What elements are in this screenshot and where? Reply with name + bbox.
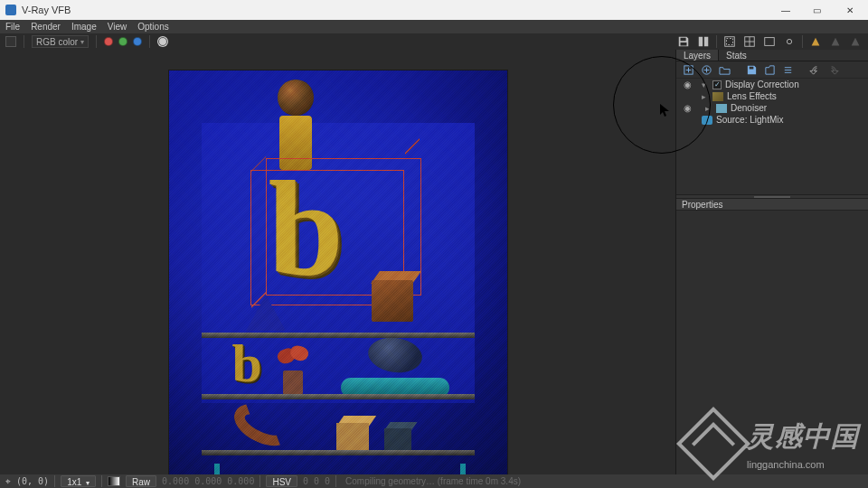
region-render-button[interactable] — [722, 34, 737, 49]
status-bar: ⌖ (0, 0) 1x1 ▾ Raw 0.000 0.000 0.000 HSV… — [0, 474, 868, 488]
add-layer-button[interactable] — [682, 63, 694, 76]
menu-view[interactable]: View — [108, 22, 127, 32]
track-mouse-button[interactable] — [742, 34, 757, 49]
panel-splitter[interactable] — [676, 194, 868, 199]
history-b-button[interactable] — [848, 34, 863, 49]
lightmix-icon — [702, 116, 712, 125]
window-close-button[interactable]: ✕ — [832, 0, 868, 20]
layer-label: Display Correction — [725, 80, 799, 89]
menu-options[interactable]: Options — [137, 22, 168, 32]
layer-label: Source: LightMix — [716, 115, 783, 125]
denoiser-icon — [716, 104, 727, 113]
main-area: b b Layers Stats — [0, 50, 868, 474]
window-titlebar: V-Ray VFB — ▭ ✕ — [0, 0, 868, 20]
lens-effects-icon — [712, 92, 723, 101]
folder-button[interactable] — [718, 63, 731, 76]
reset-button[interactable] — [781, 63, 794, 76]
layer-display-correction[interactable]: ◉ ▾ ✓ Display Correction — [676, 79, 868, 90]
color-mode-hsv[interactable]: HSV — [266, 475, 297, 487]
panel-tabs: Layers Stats — [676, 50, 868, 61]
main-toolbar: RGB color ▾ — [0, 33, 868, 50]
window-maximize-button[interactable]: ▭ — [801, 0, 832, 20]
visibility-toggle-icon[interactable]: ◉ — [682, 80, 693, 89]
channel-red-button[interactable] — [104, 37, 113, 46]
window-minimize-button[interactable]: — — [770, 0, 801, 20]
layer-denoiser[interactable]: ◉ ▸ Denoiser — [676, 102, 868, 114]
cursor-coords: (0, 0) — [16, 476, 49, 486]
side-panel: Layers Stats ◉ ▾ ✓ Display Correction — [675, 50, 868, 474]
expand-icon[interactable]: ▸ — [702, 92, 709, 101]
svg-rect-3 — [765, 38, 775, 46]
pixel-ratio-select[interactable]: 1x1 ▾ — [61, 475, 96, 487]
channel-select-label: RGB color — [36, 37, 78, 47]
render-output: b b — [169, 70, 507, 480]
svg-rect-0 — [727, 39, 733, 45]
menu-image[interactable]: Image — [71, 22, 97, 32]
channel-blue-button[interactable] — [133, 37, 142, 46]
lightmix-button[interactable] — [808, 34, 823, 49]
status-message: Compiling geometry… (frame time 0m 3.4s) — [345, 476, 521, 486]
window-title: V-Ray VFB — [22, 5, 71, 15]
compare-button[interactable] — [696, 34, 711, 49]
layer-source-lightmix[interactable]: Source: LightMix — [676, 114, 868, 126]
render-viewport[interactable]: b b — [0, 50, 675, 474]
link-viewport-button[interactable] — [782, 34, 797, 49]
channel-swatch-icon — [5, 36, 16, 47]
toolbar-right — [676, 34, 863, 49]
load-preset-button[interactable] — [763, 63, 776, 76]
app-icon — [5, 5, 16, 15]
channel-mono-button[interactable] — [157, 36, 168, 47]
redo-button[interactable] — [826, 63, 839, 76]
enable-checkbox[interactable]: ✓ — [712, 80, 722, 89]
render-letter-small: b — [232, 333, 262, 395]
undo-button[interactable] — [808, 63, 821, 76]
layer-lens-effects[interactable]: ▸ Lens Effects — [676, 90, 868, 102]
menu-render[interactable]: Render — [31, 22, 61, 32]
gradient-icon — [108, 476, 120, 486]
pick-color-icon[interactable]: ⌖ — [5, 476, 11, 487]
render-letter: b — [269, 161, 344, 296]
tab-stats[interactable]: Stats — [719, 50, 754, 61]
history-a-button[interactable] — [828, 34, 843, 49]
chevron-down-icon: ▾ — [86, 479, 90, 487]
panorama-button[interactable] — [762, 34, 777, 49]
pixel-ratio-label: 1x1 — [67, 477, 81, 487]
menu-file[interactable]: File — [5, 22, 20, 32]
layer-label: Denoiser — [731, 103, 767, 113]
add-cc-button[interactable] — [700, 63, 712, 76]
expand-icon[interactable]: ▸ — [705, 104, 712, 113]
save-preset-button[interactable] — [745, 63, 758, 76]
color-mode-raw[interactable]: Raw — [126, 475, 156, 487]
properties-header[interactable]: Properties — [676, 199, 868, 211]
expand-icon[interactable]: ▾ — [702, 80, 709, 89]
layers-list: ◉ ▾ ✓ Display Correction ▸ Lens Effects … — [676, 79, 868, 126]
channel-green-button[interactable] — [118, 37, 127, 46]
hsv-values: 0 0 0 — [303, 476, 330, 486]
channel-select[interactable]: RGB color ▾ — [32, 35, 89, 48]
chevron-down-icon: ▾ — [80, 38, 84, 46]
menu-bar: File Render Image View Options — [0, 20, 868, 33]
save-image-button[interactable] — [676, 34, 691, 49]
tab-layers[interactable]: Layers — [676, 50, 719, 61]
layers-toolbar — [676, 61, 868, 79]
layer-label: Lens Effects — [727, 91, 777, 101]
raw-values: 0.000 0.000 0.000 — [162, 476, 254, 486]
